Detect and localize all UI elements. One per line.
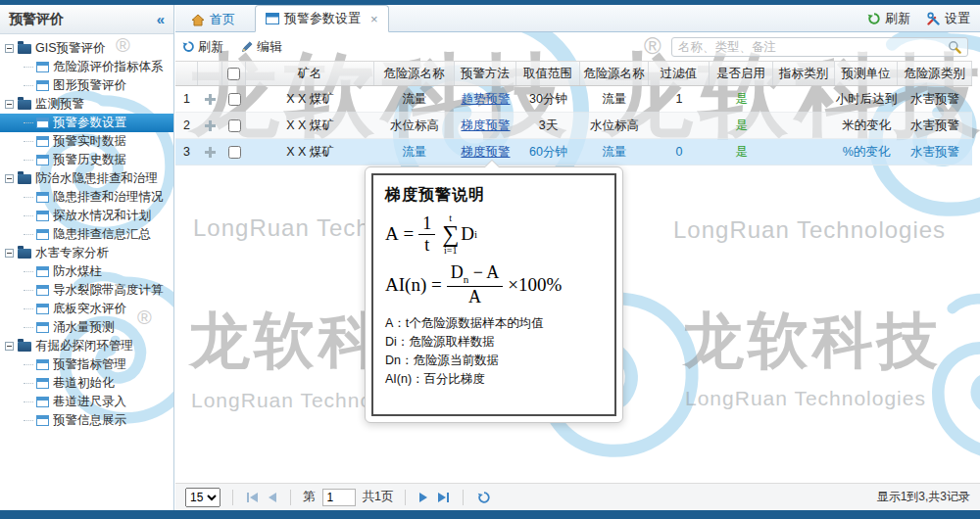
column-header[interactable]: 是否启用 (710, 62, 773, 85)
sidebar-item[interactable]: 涌水量预测 (0, 318, 173, 337)
indicator-type-cell (773, 113, 835, 138)
window-tab-icon (266, 13, 279, 24)
sidebar-item[interactable]: 巷道初始化 (0, 374, 173, 393)
table-row[interactable]: 2X X 煤矿水位标高梯度预警3天水位标高是米的变化水害预警 (175, 113, 972, 139)
warning-method-link[interactable]: 梯度预警 (462, 144, 511, 161)
sidebar-item[interactable]: 防水煤柱 (0, 262, 173, 281)
reload-button[interactable] (475, 489, 493, 506)
sidebar-item[interactable]: 隐患排查和治理情况 (0, 188, 173, 207)
column-header[interactable]: 指标类别 (773, 62, 835, 85)
sidebar-collapse-button[interactable]: « (157, 11, 165, 27)
page-number-input[interactable] (322, 489, 356, 506)
sidebar-item[interactable]: 底板突水评价 (0, 300, 173, 318)
dragon-watermark-icon (915, 291, 980, 467)
grid-refresh-button[interactable]: 刷新 (182, 38, 223, 56)
column-header[interactable]: 过滤值 (649, 62, 710, 85)
tab-close-icon[interactable]: × (370, 12, 378, 26)
watermark-text: LongRuan Technologies (673, 216, 946, 244)
first-page-button[interactable] (245, 491, 260, 504)
sidebar-item[interactable]: 危险源评价指标体系 (0, 58, 173, 76)
tabbar-actions: 刷新 设置 (867, 10, 970, 27)
column-header[interactable]: 预警方法 (455, 62, 516, 85)
tab-warning-params[interactable]: 预警参数设置 × (255, 5, 389, 32)
expand-plus-icon[interactable] (205, 120, 216, 131)
indicator-type-cell (773, 86, 835, 112)
search-icon[interactable] (948, 40, 961, 54)
sidebar-item[interactable]: 预警实时数据 (0, 132, 173, 151)
collapse-node-icon[interactable] (5, 100, 14, 109)
hazard-category-cell: 水害预警 (898, 113, 972, 138)
page-size-select[interactable]: 15 (185, 488, 220, 507)
sidebar-folder[interactable]: 防治水隐患排查和治理 (0, 169, 173, 188)
sidebar-folder[interactable]: 水害专家分析 (0, 244, 173, 262)
settings-button[interactable]: 设置 (926, 10, 970, 27)
column-header[interactable]: 预测单位 (835, 62, 898, 85)
table-row[interactable]: 1X X 煤矿流量趋势预警30分钟流量1是小时后达到水害预警 (175, 86, 972, 113)
tab-bar: 首页 预警参数设置 × 刷新 设置 (175, 5, 980, 32)
sidebar-folder[interactable]: GIS预警评价 (0, 39, 173, 58)
hazard-category-cell: 水害预警 (898, 139, 972, 165)
row-checkbox[interactable] (228, 93, 241, 106)
legend-line: AI(n)：百分比梯度 (385, 370, 603, 389)
record-count-status: 显示1到3,共3记录 (877, 489, 970, 505)
column-header[interactable]: 危险源名称 (374, 62, 455, 85)
data-grid: 矿名危险源名称预警方法取值范围危险源名称过滤值是否启用指标类别预测单位危险源类别… (175, 61, 972, 165)
reload-icon (477, 491, 491, 504)
search-input[interactable] (678, 40, 948, 54)
column-header[interactable]: 矿名 (246, 62, 374, 85)
legend-line: Dn：危险源当前数据 (385, 352, 603, 370)
sidebar-item[interactable]: 隐患排查信息汇总 (0, 225, 173, 244)
folder-icon (18, 44, 31, 54)
sidebar-item[interactable]: 图形预警评价 (0, 76, 173, 95)
warning-method-link[interactable]: 趋势预警 (462, 91, 511, 108)
select-all-checkbox[interactable] (227, 68, 240, 80)
prev-page-button[interactable] (267, 491, 278, 504)
formula-legend: A：t个危险源数据样本的均值 Di：危险源取样数据 Dn：危险源当前数据 AI(… (385, 314, 603, 389)
page-total-label: 共1页 (363, 489, 394, 505)
last-page-button[interactable] (436, 491, 451, 504)
warning-method-link[interactable]: 梯度预警 (462, 118, 511, 134)
value-range-cell: 30分钟 (516, 86, 580, 112)
value-range-cell: 60分钟 (516, 139, 580, 165)
next-page-button[interactable] (417, 491, 429, 504)
filter-value-cell: 0 (649, 139, 710, 165)
collapse-node-icon[interactable] (5, 249, 14, 258)
column-header[interactable]: 危险源名称 (580, 62, 649, 85)
row-number: 3 (175, 139, 198, 165)
formula-gradient: AI(n) = Dn − AA ×100% (385, 263, 603, 307)
sidebar-item[interactable]: 巷道进尺录入 (0, 393, 173, 411)
row-checkbox[interactable] (228, 119, 241, 132)
sidebar-item[interactable]: 预警参数设置 (0, 114, 173, 132)
sidebar-folder[interactable]: 有掘必探闭环管理 (0, 337, 173, 355)
enabled-flag: 是 (735, 144, 748, 161)
popup-title: 梯度预警说明 (385, 185, 603, 206)
expand-plus-icon[interactable] (205, 147, 216, 158)
column-header[interactable]: 危险源类别 (898, 62, 972, 85)
collapse-node-icon[interactable] (5, 44, 14, 53)
sidebar-item[interactable]: 预警信息展示 (0, 411, 173, 430)
expand-plus-icon[interactable] (205, 94, 216, 105)
window-icon (36, 211, 49, 221)
row-checkbox[interactable] (228, 146, 241, 159)
sidebar-item[interactable]: 预警指标管理 (0, 355, 173, 374)
sidebar: ®® 预警评价 « GIS预警评价危险源评价指标体系图形预警评价监测预警预警参数… (0, 5, 174, 510)
hazard-source-cell: 流量 (374, 86, 455, 112)
table-row[interactable]: 3X X 煤矿流量梯度预警60分钟流量0是%的变化水害预警 (175, 139, 972, 165)
column-header[interactable]: 取值范围 (516, 62, 580, 85)
pagination-bar: 15 第 共1页 显示1到3,共3记录 (175, 483, 980, 510)
refresh-page-button[interactable]: 刷新 (867, 10, 910, 27)
folder-icon (18, 174, 31, 184)
sidebar-folder[interactable]: 监测预警 (0, 95, 173, 114)
window-icon (36, 322, 49, 333)
predict-unit-cell: 小时后达到 (835, 86, 898, 112)
sidebar-title: 预警评价 (9, 11, 157, 28)
grid-edit-button[interactable]: 编辑 (241, 38, 282, 56)
sidebar-item[interactable]: 导水裂隙带高度计算 (0, 281, 173, 300)
window-icon (36, 285, 49, 296)
sidebar-item[interactable]: 预警历史数据 (0, 151, 173, 169)
sidebar-header: 预警评价 « (0, 5, 173, 34)
sidebar-item[interactable]: 探放水情况和计划 (0, 207, 173, 225)
tab-home[interactable]: 首页 (181, 8, 245, 31)
collapse-node-icon[interactable] (5, 174, 14, 183)
collapse-node-icon[interactable] (5, 342, 14, 351)
